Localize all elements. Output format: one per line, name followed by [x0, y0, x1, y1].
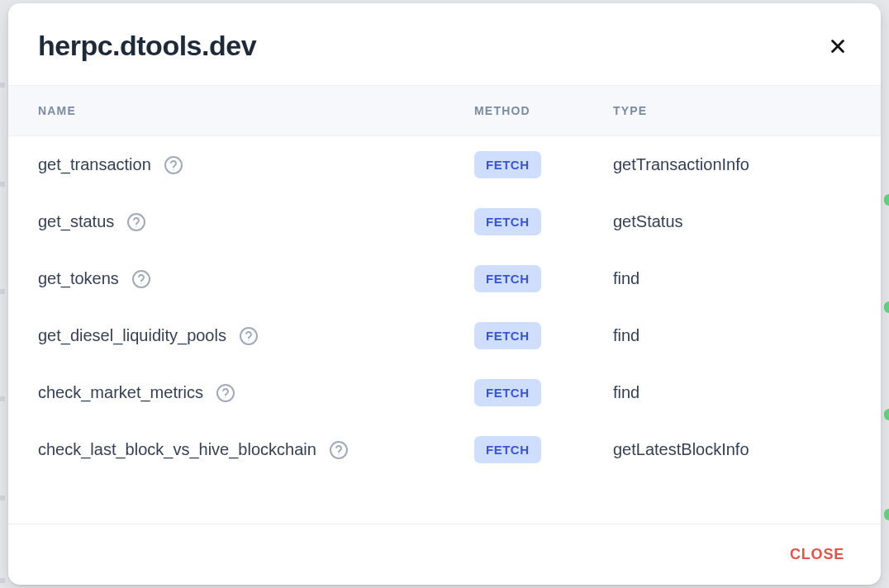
help-icon[interactable]: [328, 439, 349, 461]
svg-point-4: [128, 214, 145, 230]
table-row: check_market_metricsFETCHfind: [8, 364, 881, 421]
status-cell: [868, 329, 881, 344]
svg-point-8: [240, 328, 257, 344]
type-cell: getTransactionInfo: [613, 155, 861, 174]
modal-header: herpc.dtools.dev: [8, 3, 881, 85]
method-cell: FETCH: [474, 151, 606, 178]
name-cell: get_transaction: [38, 154, 468, 176]
method-cell: FETCH: [474, 265, 606, 292]
name-cell: get_tokens: [38, 268, 468, 290]
svg-point-13: [338, 453, 339, 454]
endpoint-name: get_tokens: [38, 269, 119, 288]
modal-footer: CLOSE: [8, 524, 881, 585]
table-row: get_tokensFETCHfind: [8, 250, 881, 307]
name-cell: get_diesel_liquidity_pools: [38, 325, 468, 347]
type-cell: find: [613, 383, 861, 402]
background-fragment: [0, 289, 5, 294]
svg-point-7: [140, 282, 141, 283]
status-cell: [868, 443, 881, 458]
endpoint-name: get_diesel_liquidity_pools: [38, 326, 226, 345]
svg-point-12: [330, 442, 347, 458]
background-fragment: [0, 83, 5, 88]
svg-point-9: [248, 339, 249, 340]
background-fragment: [0, 182, 5, 187]
modal-dialog: herpc.dtools.dev NAME METHOD TYPE get_tr…: [8, 3, 881, 585]
status-cell: [868, 158, 881, 173]
background-fragment: [884, 301, 889, 313]
name-cell: check_market_metrics: [38, 382, 468, 404]
modal-title: herpc.dtools.dev: [38, 30, 256, 62]
column-header-name: NAME: [38, 104, 468, 117]
name-cell: check_last_block_vs_hive_blockchain: [38, 439, 468, 461]
type-cell: getLatestBlockInfo: [613, 440, 861, 459]
help-icon[interactable]: [131, 268, 152, 290]
table: NAME METHOD TYPE get_transactionFETCHget…: [8, 85, 881, 524]
endpoint-name: get_status: [38, 212, 114, 231]
help-icon[interactable]: [215, 382, 236, 404]
background-fragment: [884, 509, 889, 520]
method-cell: FETCH: [474, 322, 606, 349]
method-cell: FETCH: [474, 379, 606, 406]
column-header-status: [868, 104, 881, 117]
close-button[interactable]: CLOSE: [782, 541, 853, 568]
close-icon[interactable]: [825, 33, 851, 59]
svg-point-5: [136, 225, 137, 226]
endpoint-name: get_transaction: [38, 155, 151, 174]
fetch-button[interactable]: FETCH: [474, 151, 541, 178]
help-icon[interactable]: [126, 211, 147, 233]
method-cell: FETCH: [474, 436, 606, 463]
background-fragment: [884, 194, 889, 206]
background-fragment: [884, 409, 889, 420]
endpoint-name: check_last_block_vs_hive_blockchain: [38, 440, 316, 459]
status-cell: [868, 272, 881, 287]
background-fragment: [0, 578, 5, 583]
fetch-button[interactable]: FETCH: [474, 208, 541, 235]
fetch-button[interactable]: FETCH: [474, 265, 541, 292]
column-header-method: METHOD: [474, 104, 606, 117]
column-header-type: TYPE: [613, 104, 861, 117]
svg-point-11: [225, 396, 226, 397]
background-fragment: [0, 396, 5, 401]
table-header-row: NAME METHOD TYPE: [8, 85, 881, 136]
method-cell: FETCH: [474, 208, 606, 235]
fetch-button[interactable]: FETCH: [474, 436, 541, 463]
table-row: get_transactionFETCHgetTransactionInfo: [8, 136, 881, 193]
table-body: get_transactionFETCHgetTransactionInfoge…: [8, 136, 881, 524]
fetch-button[interactable]: FETCH: [474, 379, 541, 406]
help-icon[interactable]: [238, 325, 259, 347]
type-cell: getStatus: [613, 212, 861, 231]
endpoint-name: check_market_metrics: [38, 383, 203, 402]
background-fragment: [0, 496, 5, 500]
name-cell: get_status: [38, 211, 468, 233]
type-cell: find: [613, 269, 861, 288]
svg-point-6: [133, 271, 150, 287]
type-cell: find: [613, 326, 861, 345]
status-cell: [868, 215, 881, 230]
svg-point-2: [165, 157, 182, 173]
help-icon[interactable]: [163, 154, 184, 176]
svg-point-3: [173, 168, 174, 169]
table-row: get_statusFETCHgetStatus: [8, 193, 881, 250]
status-cell: [868, 386, 881, 401]
fetch-button[interactable]: FETCH: [474, 322, 541, 349]
table-row: get_diesel_liquidity_poolsFETCHfind: [8, 307, 881, 364]
table-row: check_last_block_vs_hive_blockchainFETCH…: [8, 421, 881, 478]
svg-point-10: [217, 385, 234, 401]
